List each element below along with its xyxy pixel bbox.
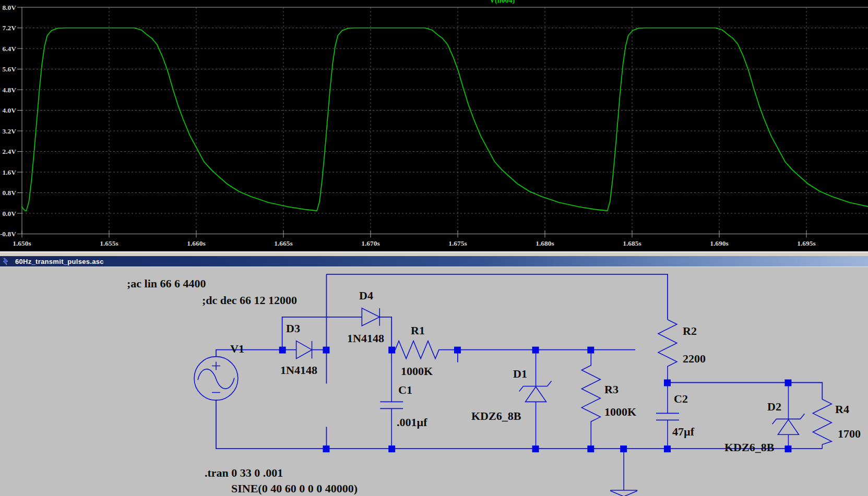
y-tick-label: 4.8V <box>2 86 16 94</box>
y-tick-label: 0.0V <box>2 210 16 217</box>
x-tick-label: 1.695s <box>797 239 816 247</box>
schematic-window-title: 60Hz_transmit_pulses.asc <box>15 258 104 265</box>
ground-symbol[interactable] <box>610 449 637 496</box>
d3-value-label[interactable]: 1N4148 <box>280 365 317 376</box>
y-tick-label: 1.6V <box>2 168 16 176</box>
directive-sine[interactable]: SINE(0 40 60 0 0 0 40000) <box>231 483 358 494</box>
x-tick-label: 1.680s <box>536 239 554 247</box>
x-tick-label: 1.685s <box>623 239 641 247</box>
schematic-title-bar[interactable]: 60Hz_transmit_pulses.asc <box>0 256 868 267</box>
trace-label[interactable]: V(n004) <box>471 0 533 5</box>
waveform-pane[interactable]: 8.0V7.2V6.4V5.6V4.8V4.0V3.2V2.4V1.6V0.8V… <box>0 0 868 251</box>
wires[interactable] <box>216 274 822 449</box>
r3-value-label[interactable]: 1000K <box>604 406 636 418</box>
resistor-r4[interactable] <box>813 399 831 449</box>
c1-value-label[interactable]: .001µf <box>397 417 427 428</box>
resistor-r3[interactable] <box>581 350 600 449</box>
x-tick-label: 1.660s <box>187 239 206 247</box>
diode-d4[interactable] <box>362 308 379 326</box>
directive-tran[interactable]: .tran 0 33 0 .001 <box>205 467 283 479</box>
resistor-r1[interactable] <box>391 341 458 359</box>
c1-name-label[interactable]: C1 <box>398 384 412 396</box>
x-tick-label: 1.690s <box>710 239 729 247</box>
resistor-r2[interactable] <box>658 320 677 383</box>
y-tick-label: -0.8V <box>0 230 16 238</box>
d2-name-label[interactable]: D2 <box>767 401 781 413</box>
y-tick-label: 6.4V <box>2 45 16 53</box>
c2-name-label[interactable]: C2 <box>674 393 688 405</box>
y-tick-label: 7.2V <box>2 24 16 32</box>
zener-diode-d2[interactable] <box>772 382 805 449</box>
r2-value-label[interactable]: 2200 <box>683 353 706 365</box>
schematic-canvas[interactable]: ;ac lin 66 6 4400 ;dc dec 66 12 12000 V1… <box>0 267 868 496</box>
zener-diode-d1[interactable] <box>519 350 552 449</box>
r4-value-label[interactable]: 1700 <box>838 428 861 440</box>
x-tick-label: 1.665s <box>274 239 293 247</box>
r1-value-label[interactable]: 1000K <box>401 366 433 377</box>
c2-value-label[interactable]: 47µf <box>672 426 694 438</box>
d3-name-label[interactable]: D3 <box>286 323 300 334</box>
r3-name-label[interactable]: R3 <box>604 384 619 395</box>
x-tick-label: 1.650s <box>13 239 31 247</box>
v1-name-label[interactable]: V1 <box>230 343 244 355</box>
y-tick-label: 0.8V <box>2 189 16 197</box>
d1-value-label[interactable]: KDZ6_8B <box>471 410 521 422</box>
waveform-plot[interactable]: 8.0V7.2V6.4V5.6V4.8V4.0V3.2V2.4V1.6V0.8V… <box>0 0 868 251</box>
d4-name-label[interactable]: D4 <box>359 290 373 301</box>
voltage-source-v1[interactable] <box>194 357 238 401</box>
directive-ac[interactable]: ;ac lin 66 6 4400 <box>127 278 206 289</box>
y-tick-label: 5.6V <box>2 65 16 73</box>
d1-name-label[interactable]: D1 <box>513 368 527 380</box>
y-tick-label: 3.2V <box>2 127 16 135</box>
ltspice-schematic-icon <box>2 258 11 265</box>
y-tick-label: 4.0V <box>2 106 16 114</box>
x-tick-label: 1.655s <box>100 239 118 247</box>
y-tick-label: 2.4V <box>2 148 16 155</box>
d2-value-label[interactable]: KDZ6_8B <box>724 442 774 453</box>
r1-name-label[interactable]: R1 <box>411 325 425 336</box>
x-tick-label: 1.670s <box>361 239 380 247</box>
y-tick-label: 8.0V <box>2 4 16 11</box>
r4-name-label[interactable]: R4 <box>835 404 849 415</box>
wire-junctions <box>279 347 792 453</box>
capacitor-c1[interactable] <box>380 350 403 449</box>
x-tick-label: 1.675s <box>448 239 467 247</box>
diode-d3[interactable] <box>282 341 327 359</box>
window-separator <box>0 251 868 256</box>
d4-value-label[interactable]: 1N4148 <box>347 333 384 344</box>
directive-dc[interactable]: ;dc dec 66 12 12000 <box>202 295 297 306</box>
ltspice-window: 8.0V7.2V6.4V5.6V4.8V4.0V3.2V2.4V1.6V0.8V… <box>0 0 868 496</box>
waveform-trace <box>22 28 868 211</box>
r2-name-label[interactable]: R2 <box>683 325 697 337</box>
